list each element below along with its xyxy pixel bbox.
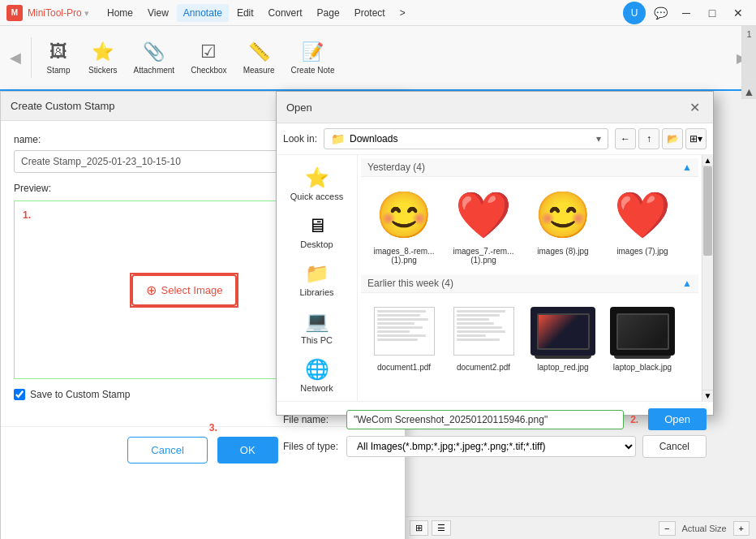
file-name: laptop_red.jpg	[537, 363, 588, 372]
list-item[interactable]: 😊 images (8).jpg	[526, 183, 599, 268]
close-button[interactable]: ✕	[727, 2, 750, 24]
view-toggle-button[interactable]: ⊞	[410, 520, 428, 536]
select-image-container: ⊕ Select Image	[130, 273, 239, 308]
filetype-label: Files of type:	[283, 441, 340, 452]
stamp-icon: 🖼	[49, 41, 67, 63]
zoom-in-button[interactable]: +	[733, 521, 750, 536]
zoom-out-button[interactable]: −	[659, 521, 675, 536]
file-name: images_7.-rem...(1).png	[450, 247, 517, 265]
sidebar-item-label-this-pc: This PC	[301, 335, 333, 345]
minimize-button[interactable]: ─	[675, 2, 698, 24]
toolbar-back-icon[interactable]: ◀	[6, 49, 24, 67]
file-thumbnail: 😊	[530, 187, 595, 244]
yesterday-section-header: Yesterday (4) ▲	[361, 158, 698, 177]
open-dialog-files: Yesterday (4) ▲ 😊 images_8.-rem...(1).pn…	[358, 155, 702, 401]
sidebar-item-desktop[interactable]: 🖥 Desktop	[280, 209, 354, 254]
open-dialog-header: Open ✕	[277, 92, 713, 123]
toolbar-stickers[interactable]: ⭐ Stickers	[82, 29, 124, 86]
menu-edit[interactable]: Edit	[230, 4, 260, 22]
filename-input[interactable]	[346, 410, 624, 429]
chat-icon[interactable]: 💬	[649, 2, 672, 24]
stamp-cancel-button[interactable]: Cancel	[127, 437, 207, 464]
open-dialog-bottom: File name: 2. Open Files of type: All Im…	[277, 401, 713, 469]
menu-more[interactable]: >	[393, 4, 412, 22]
sidebar-item-label-quick-access: Quick access	[290, 192, 343, 201]
plus-icon: ⊕	[146, 282, 157, 298]
open-dialog-close-button[interactable]: ✕	[685, 98, 703, 116]
list-item[interactable]: 😊 images_8.-rem...(1).png	[367, 183, 440, 268]
list-item[interactable]: laptop_black.jpg	[606, 300, 679, 375]
menu-convert[interactable]: Convert	[262, 4, 309, 22]
list-item[interactable]: document1.pdf	[367, 300, 440, 375]
sidebar-item-network[interactable]: 🌐 Network	[280, 353, 354, 398]
maximize-button[interactable]: □	[701, 2, 724, 24]
file-thumbnail: 😊	[372, 187, 436, 244]
create-note-icon: 📝	[302, 41, 324, 63]
menu-view[interactable]: View	[141, 4, 175, 22]
filetype-select[interactable]: All Images(*.bmp;*.jpg;*.jpeg;*.png;*.ti…	[346, 436, 636, 457]
checkbox-icon: ☑	[200, 41, 217, 63]
stamp-ok-button[interactable]: 3. OK	[217, 437, 278, 464]
yesterday-collapse-icon[interactable]: ▲	[682, 162, 692, 173]
menu-home[interactable]: Home	[101, 4, 140, 22]
toolbar-checkbox[interactable]: ☑ Checkbox	[184, 29, 233, 86]
scroll-track[interactable]	[702, 166, 713, 390]
sidebar-item-libraries[interactable]: 📁 Libraries	[280, 257, 354, 302]
network-icon: 🌐	[305, 358, 329, 381]
dropdown-arrow-icon: ▾	[596, 133, 601, 144]
open-button[interactable]: Open	[648, 408, 707, 430]
earlier-collapse-icon[interactable]: ▲	[682, 278, 692, 289]
list-item[interactable]: document2.pdf	[447, 300, 520, 375]
stamp-dialog-title: Create Custom Stamp	[11, 100, 115, 112]
user-avatar[interactable]: U	[623, 2, 646, 24]
sidebar-item-this-pc[interactable]: 💻 This PC	[280, 305, 354, 350]
list-item[interactable]: ❤️ images_7.-rem...(1).png	[447, 183, 520, 268]
measure-icon: 📏	[248, 41, 270, 63]
toolbar-stamp[interactable]: 🖼 Stamp	[38, 29, 79, 86]
menu-bar: Home View Annotate Edit Convert Page Pro…	[101, 4, 412, 22]
nav-back-button[interactable]: ←	[615, 128, 636, 149]
menu-protect[interactable]: Protect	[348, 4, 392, 22]
app-title: MiniTool-Pro ▾	[28, 7, 89, 19]
filetype-row: Files of type: All Images(*.bmp;*.jpg;*.…	[283, 435, 707, 458]
scrollbar[interactable]: ▲ ▼	[702, 155, 713, 401]
toolbar-attachment[interactable]: 📎 Attachment	[127, 29, 182, 86]
menu-annotate[interactable]: Annotate	[177, 4, 229, 22]
filename-label: File name:	[283, 414, 340, 425]
step3-indicator: 3.	[209, 422, 217, 433]
list-item[interactable]: ❤️ images (7).jpg	[606, 183, 679, 268]
sidebar-item-label-network: Network	[300, 383, 333, 393]
attachment-icon: 📎	[143, 41, 165, 63]
list-item[interactable]: laptop_red.jpg	[526, 300, 599, 375]
menu-page[interactable]: Page	[311, 4, 346, 22]
toolbar-measure[interactable]: 📏 Measure	[237, 29, 281, 86]
open-dialog: Open ✕ Look in: 📁 Downloads ▾ ← ↑ 📂 ⊞▾	[276, 91, 714, 416]
nav-view-button[interactable]: ⊞▾	[685, 128, 707, 149]
layout-button[interactable]: ☰	[432, 520, 451, 536]
scroll-up-button[interactable]: ▲	[702, 155, 713, 166]
sidebar-item-quick-access[interactable]: ⭐ Quick access	[280, 162, 354, 206]
step2-indicator: 2.	[630, 414, 638, 425]
statusbar-right: − Actual Size +	[659, 521, 750, 536]
nav-new-folder-button[interactable]: 📂	[662, 128, 683, 149]
app-logo: M	[6, 5, 23, 21]
look-in-combo[interactable]: 📁 Downloads ▾	[324, 128, 608, 149]
quick-access-icon: ⭐	[305, 166, 329, 189]
desktop-icon: 🖥	[307, 214, 327, 237]
nav-forward-button[interactable]: ↑	[638, 128, 659, 149]
file-thumbnail	[451, 303, 516, 360]
toolbar-create-note[interactable]: 📝 Create Note	[285, 29, 341, 86]
sidebar-number: 1	[741, 26, 756, 83]
file-name: images (7).jpg	[616, 247, 668, 256]
titlebar: M MiniTool-Pro ▾ Home View Annotate Edit…	[0, 0, 756, 26]
file-name: laptop_black.jpg	[613, 363, 672, 372]
open-dialog-sidebar: ⭐ Quick access 🖥 Desktop 📁 Libraries 💻 T…	[277, 155, 358, 401]
save-checkbox[interactable]	[14, 389, 25, 400]
toolbar-separator	[31, 37, 32, 78]
open-dialog-cancel-button[interactable]: Cancel	[642, 435, 707, 458]
scroll-thumb[interactable]	[703, 166, 712, 256]
file-name: images (8).jpg	[537, 247, 588, 256]
scroll-down-button[interactable]: ▼	[702, 390, 713, 401]
select-image-button[interactable]: ⊕ Select Image	[131, 274, 238, 306]
look-in-nav-buttons: ← ↑ 📂 ⊞▾	[615, 128, 707, 149]
